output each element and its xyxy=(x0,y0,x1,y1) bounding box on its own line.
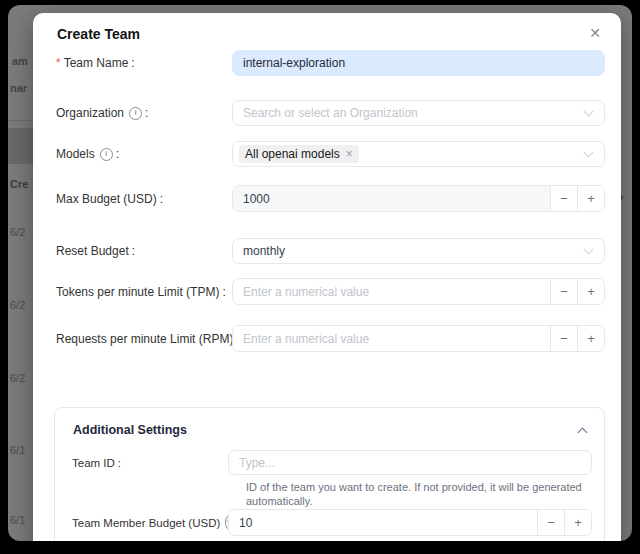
rpm-label-text: Requests per minute Limit (RPM) xyxy=(56,332,233,346)
decrement-button[interactable]: − xyxy=(550,186,577,211)
label-colon: : xyxy=(116,147,119,161)
tpm-input[interactable] xyxy=(233,279,550,304)
decrement-button[interactable]: − xyxy=(537,510,564,535)
team-member-budget-label: Team Member Budget (USD) ? : xyxy=(72,509,228,536)
background-text-fragment: nar xyxy=(10,82,27,94)
info-icon[interactable]: i xyxy=(100,148,113,161)
model-chip: All openai models × xyxy=(239,145,359,163)
modal-title: Create Team xyxy=(57,26,140,42)
max-budget-label-text: Max Budget (USD) xyxy=(56,192,157,206)
organization-row: Organization i : Search or select an Org… xyxy=(56,100,605,126)
team-id-input[interactable] xyxy=(228,450,592,475)
increment-button[interactable]: + xyxy=(577,186,604,211)
label-colon: : xyxy=(118,457,121,469)
dimmed-background-page: am nar Cre 6/2 6/2 6/2 6/1 6/1 Create Te… xyxy=(8,5,632,541)
create-team-modal: Create Team ✕ * Team Name : Organization… xyxy=(33,13,621,541)
label-colon: : xyxy=(145,106,148,120)
tpm-label: Tokens per minute Limit (TPM) : xyxy=(56,278,232,305)
close-icon[interactable]: ✕ xyxy=(585,23,605,43)
increment-button[interactable]: + xyxy=(577,326,604,351)
background-date-fragment: 6/1 xyxy=(10,514,25,526)
team-name-row: * Team Name : xyxy=(56,50,605,76)
label-colon: : xyxy=(222,285,225,299)
background-divider xyxy=(8,120,36,121)
decrement-button[interactable]: − xyxy=(550,279,577,304)
rpm-row: Requests per minute Limit (RPM) : − + xyxy=(56,325,605,352)
additional-settings-card: Additional Settings Team ID : ID of the … xyxy=(54,407,605,541)
background-date-fragment: 6/2 xyxy=(10,299,25,311)
models-select[interactable]: All openai models × xyxy=(232,141,605,167)
models-label-text: Models xyxy=(56,147,95,161)
reset-budget-select[interactable]: monthly xyxy=(232,238,605,264)
additional-settings-title: Additional Settings xyxy=(73,423,187,437)
reset-budget-value: monthly xyxy=(243,244,285,258)
chevron-up-icon xyxy=(578,428,588,438)
team-name-label: * Team Name : xyxy=(56,50,232,76)
collapse-section-button[interactable] xyxy=(576,424,590,438)
models-row: Models i : All openai models × xyxy=(56,141,605,167)
model-chip-label: All openai models xyxy=(245,147,340,161)
tpm-row: Tokens per minute Limit (TPM) : − + xyxy=(56,278,605,305)
team-member-budget-label-text: Team Member Budget (USD) xyxy=(72,517,220,529)
reset-budget-label-text: Reset Budget xyxy=(56,244,129,258)
reset-budget-label: Reset Budget : xyxy=(56,238,232,264)
decrement-button[interactable]: − xyxy=(550,326,577,351)
background-text-fragment: am xyxy=(12,55,28,67)
increment-button[interactable]: + xyxy=(577,279,604,304)
label-colon: : xyxy=(160,192,163,206)
remove-chip-icon[interactable]: × xyxy=(346,147,353,161)
max-budget-row: Max Budget (USD) : − + xyxy=(56,185,605,212)
max-budget-input[interactable] xyxy=(233,186,550,211)
team-member-budget-row: Team Member Budget (USD) ? : − + xyxy=(72,509,592,536)
background-date-fragment: 6/2 xyxy=(10,372,25,384)
required-asterisk: * xyxy=(56,56,61,70)
team-name-input[interactable] xyxy=(232,50,605,76)
info-icon[interactable]: i xyxy=(129,107,142,120)
max-budget-label: Max Budget (USD) : xyxy=(56,185,232,212)
tpm-label-text: Tokens per minute Limit (TPM) xyxy=(56,285,219,299)
organization-label-text: Organization xyxy=(56,106,124,120)
background-date-fragment: 6/2 xyxy=(10,226,25,238)
team-id-row: Team ID : xyxy=(72,450,592,475)
reset-budget-row: Reset Budget : monthly xyxy=(56,238,605,264)
background-text-fragment: Cre xyxy=(10,178,28,190)
team-name-label-text: Team Name xyxy=(64,56,129,70)
increment-button[interactable]: + xyxy=(564,510,591,535)
organization-select[interactable]: Search or select an Organization xyxy=(232,100,605,126)
rpm-input[interactable] xyxy=(233,326,550,351)
models-label: Models i : xyxy=(56,141,232,167)
team-id-help: ID of the team you want to create. If no… xyxy=(246,480,611,508)
organization-placeholder: Search or select an Organization xyxy=(243,106,418,120)
label-colon: : xyxy=(131,56,134,70)
organization-label: Organization i : xyxy=(56,100,232,126)
team-id-label-text: Team ID xyxy=(72,457,115,469)
background-table-band xyxy=(8,128,36,164)
label-colon: : xyxy=(132,244,135,258)
team-member-budget-input[interactable] xyxy=(229,510,537,535)
background-date-fragment: 6/1 xyxy=(10,444,25,456)
rpm-label: Requests per minute Limit (RPM) : xyxy=(56,325,232,352)
team-id-label: Team ID : xyxy=(72,450,228,475)
